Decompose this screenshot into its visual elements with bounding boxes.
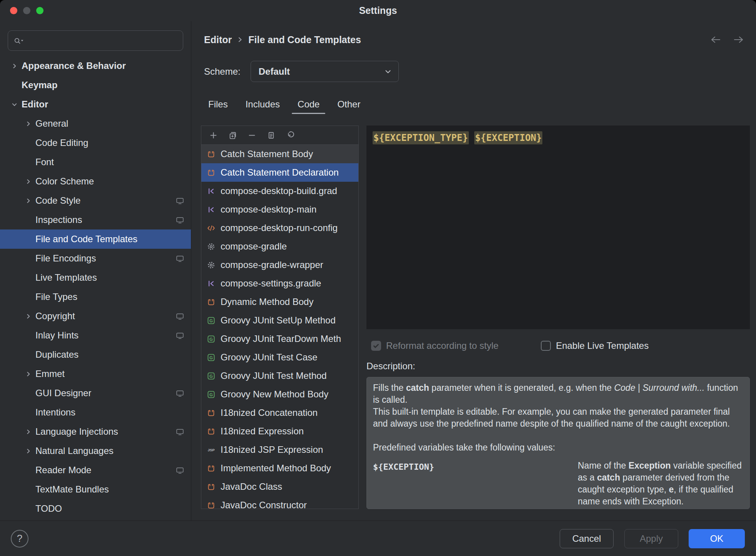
sidebar-item-file-encodings[interactable]: File Encodings: [0, 249, 191, 268]
panels: Catch Statement BodyCatch Statement Decl…: [201, 126, 750, 509]
template-list-panel: Catch Statement BodyCatch Statement Decl…: [201, 126, 359, 509]
forward-arrow-button[interactable]: [733, 35, 744, 44]
breadcrumb-editor[interactable]: Editor: [204, 34, 232, 45]
ide-settings-monitor-icon: [176, 313, 184, 320]
template-item-javadoc-class[interactable]: JavaDoc Class: [201, 477, 358, 496]
chevron-down-icon[interactable]: [8, 101, 20, 108]
sidebar-item-natural-languages[interactable]: Natural Languages: [0, 441, 191, 461]
sidebar-item-color-scheme[interactable]: Color Scheme: [0, 172, 191, 191]
sidebar-item-textmate-bundles[interactable]: TextMate Bundles: [0, 480, 191, 499]
template-item-compose-desktop-main[interactable]: compose-desktop-main: [201, 200, 358, 219]
create-child-template-button[interactable]: [223, 128, 242, 142]
add-template-button[interactable]: [204, 128, 223, 142]
chevron-right-icon[interactable]: [22, 313, 34, 320]
kotlin-script-icon: [206, 187, 216, 196]
template-variable-token: ${EXCEPTION}: [474, 131, 542, 144]
tab-files[interactable]: Files: [202, 95, 234, 114]
sidebar-item-label: Editor: [22, 99, 48, 110]
sidebar-item-file-and-code-templates[interactable]: File and Code Templates: [0, 229, 191, 249]
copy-template-button[interactable]: [261, 128, 281, 142]
minimize-button[interactable]: [23, 7, 30, 14]
sidebar-item-inlay-hints[interactable]: Inlay Hints: [0, 326, 191, 345]
template-item-groovy-junit-teardown-meth[interactable]: GGroovy JUnit TearDown Meth: [201, 330, 358, 348]
sidebar-item-live-templates[interactable]: Live Templates: [0, 268, 191, 287]
settings-search-box[interactable]: [8, 30, 183, 51]
template-item-compose-desktop-run-config[interactable]: compose-desktop-run-config: [201, 219, 358, 237]
sidebar-item-code-editing[interactable]: Code Editing: [0, 133, 191, 152]
sidebar-item-file-types[interactable]: File Types: [0, 287, 191, 306]
template-item-implemented-method-body[interactable]: Implemented Method Body: [201, 459, 358, 477]
sidebar-item-keymap[interactable]: Keymap: [0, 75, 191, 95]
tab-includes[interactable]: Includes: [240, 95, 286, 114]
sidebar-item-code-style[interactable]: Code Style: [0, 191, 191, 210]
settings-search-input[interactable]: [26, 35, 177, 47]
template-item-i18nized-concatenation[interactable]: I18nized Concatenation: [201, 404, 358, 422]
sidebar-item-emmet[interactable]: Emmet: [0, 364, 191, 384]
template-item-groovy-junit-test-case[interactable]: GGroovy JUnit Test Case: [201, 348, 358, 367]
sidebar-item-duplicates[interactable]: Duplicates: [0, 345, 191, 364]
template-item-i18nized-expression[interactable]: I18nized Expression: [201, 422, 358, 440]
scheme-select[interactable]: Default: [251, 61, 399, 82]
template-item-groovy-junit-test-method[interactable]: GGroovy JUnit Test Method: [201, 367, 358, 385]
sidebar-item-appearance-behavior[interactable]: Appearance & Behavior: [0, 56, 191, 75]
template-item-compose-desktop-build-grad[interactable]: compose-desktop-build.grad: [201, 182, 358, 200]
template-item-groovy-junit-setup-method[interactable]: GGroovy JUnit SetUp Method: [201, 311, 358, 330]
groovy-icon: G: [206, 390, 216, 399]
chevron-right-icon[interactable]: [22, 198, 34, 204]
chevron-right-icon[interactable]: [22, 178, 34, 185]
template-item-javadoc-constructor[interactable]: JavaDoc Constructor: [201, 496, 358, 509]
chevron-right-icon[interactable]: [8, 63, 20, 69]
sidebar-item-gui-designer[interactable]: GUI Designer: [0, 384, 191, 403]
sidebar-item-reader-mode[interactable]: Reader Mode: [0, 461, 191, 480]
sidebar-item-inspections[interactable]: Inspections: [0, 210, 191, 229]
sidebar-item-label: File Encodings: [35, 253, 96, 264]
ok-button[interactable]: OK: [689, 529, 745, 548]
chevron-right-icon[interactable]: [22, 429, 34, 435]
sidebar-item-label: Duplicates: [35, 349, 79, 360]
template-icon: [206, 482, 216, 491]
template-editor[interactable]: ${EXCEPTION_TYPE} ${EXCEPTION}: [366, 126, 750, 329]
template-item-compose-gradle-wrapper[interactable]: compose-gradle-wrapper: [201, 256, 358, 274]
chevron-right-icon[interactable]: [22, 448, 34, 454]
sidebar-item-copyright[interactable]: Copyright: [0, 306, 191, 326]
template-item-i18nized-jsp-expression[interactable]: JSPI18nized JSP Expression: [201, 440, 358, 459]
reformat-checkbox[interactable]: [371, 341, 381, 351]
tab-code[interactable]: Code: [292, 95, 325, 114]
template-item-catch-statement-declaration[interactable]: Catch Statement Declaration: [201, 163, 358, 182]
sidebar-item-intentions[interactable]: Intentions: [0, 403, 191, 422]
groovy-icon: G: [206, 316, 216, 325]
tab-other[interactable]: Other: [331, 95, 366, 114]
chevron-right-icon[interactable]: [22, 121, 34, 127]
settings-content: Editor File and Code Templates Scheme: D…: [192, 21, 756, 521]
svg-text:G: G: [209, 374, 213, 378]
sidebar-item-font[interactable]: Font: [0, 152, 191, 172]
cancel-button[interactable]: Cancel: [560, 529, 614, 548]
apply-button[interactable]: Apply: [624, 529, 678, 548]
ide-settings-monitor-icon: [176, 332, 184, 339]
template-item-groovy-new-method-body[interactable]: GGroovy New Method Body: [201, 385, 358, 404]
sidebar-item-language-injections[interactable]: Language Injections: [0, 422, 191, 441]
description-box: Fills the catch parameter when it is gen…: [366, 377, 750, 509]
sidebar-item-editor[interactable]: Editor: [0, 95, 191, 114]
sidebar-item-general[interactable]: General: [0, 114, 191, 133]
sidebar-item-todo[interactable]: TODO: [0, 499, 191, 518]
zoom-button[interactable]: [36, 7, 43, 14]
template-item-dynamic-method-body[interactable]: Dynamic Method Body: [201, 293, 358, 311]
description-label: Description:: [366, 361, 750, 372]
back-arrow-button[interactable]: [710, 35, 721, 44]
chevron-right-icon[interactable]: [22, 371, 34, 377]
template-item-catch-statement-body[interactable]: Catch Statement Body: [201, 145, 358, 163]
remove-template-button[interactable]: [242, 128, 261, 142]
help-button[interactable]: ?: [11, 530, 28, 548]
enable-live-templates-checkbox[interactable]: [541, 341, 551, 351]
description-paragraph: Predefined variables take the following …: [373, 442, 743, 454]
template-item-compose-settings-gradle[interactable]: compose-settings.gradle: [201, 274, 358, 293]
template-item-compose-gradle[interactable]: compose-gradle: [201, 237, 358, 256]
sidebar-item-label: Intentions: [35, 407, 75, 418]
gear-icon: [206, 242, 216, 251]
close-button[interactable]: [10, 7, 17, 14]
template-item-label: Groovy JUnit Test Case: [221, 352, 318, 363]
reset-to-default-button[interactable]: [281, 128, 300, 142]
chevron-down-icon: [384, 67, 392, 76]
breadcrumb: Editor File and Code Templates: [204, 32, 744, 47]
